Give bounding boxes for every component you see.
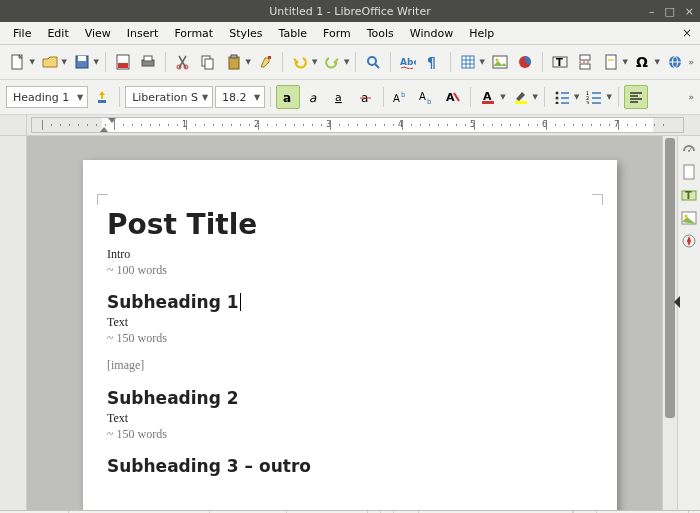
font-size-dropdown[interactable]: 18.2▼ [215, 86, 265, 108]
doc-intro-label[interactable]: Intro [107, 247, 587, 263]
doc-sub2[interactable]: Subheading 2 [107, 388, 239, 408]
svg-text:b: b [427, 98, 432, 104]
font-color-icon[interactable]: A [476, 85, 500, 109]
formatting-marks-icon[interactable]: ¶ [421, 50, 445, 74]
hyperlink-icon[interactable] [663, 50, 687, 74]
doc-sub1[interactable]: Subheading 1 [107, 292, 239, 312]
page-content[interactable]: Post Title Intro ~ 100 words Subheading … [107, 208, 587, 479]
svg-text:T: T [685, 190, 692, 201]
paragraph-style-dropdown[interactable]: Heading 1▼ [6, 86, 88, 108]
print-icon[interactable] [136, 50, 160, 74]
minimize-button[interactable]: – [649, 5, 655, 18]
number-list-icon[interactable]: 123 [582, 85, 606, 109]
paste-icon[interactable] [222, 50, 246, 74]
titlebar: Untitled 1 - LibreOffice Writer – □ × [0, 0, 700, 22]
text-cursor [240, 293, 241, 311]
sidebar-navigator-icon[interactable] [680, 232, 698, 250]
svg-point-46 [556, 102, 559, 105]
svg-rect-13 [268, 56, 271, 59]
menu-view[interactable]: View [78, 25, 118, 42]
bold-icon[interactable]: a [276, 85, 300, 109]
sidebar-page-icon[interactable] [680, 163, 698, 181]
doc-title[interactable]: Post Title [107, 208, 587, 241]
svg-point-14 [368, 57, 376, 65]
spellcheck-icon[interactable]: Abc [396, 50, 420, 74]
sidebar-collapse-icon[interactable] [674, 296, 680, 308]
textbox-icon[interactable]: T [548, 50, 572, 74]
table-icon[interactable] [456, 50, 480, 74]
clear-format-icon[interactable]: A [441, 85, 465, 109]
export-pdf-icon[interactable] [111, 50, 135, 74]
svg-rect-17 [462, 56, 474, 68]
document-close-icon[interactable]: × [682, 26, 692, 40]
svg-rect-26 [608, 59, 614, 61]
clone-format-icon[interactable] [254, 50, 278, 74]
find-icon[interactable] [361, 50, 385, 74]
bullet-list-icon[interactable] [550, 85, 574, 109]
doc-sub3[interactable]: Subheading 3 – outro [107, 456, 311, 476]
svg-text:A: A [446, 91, 455, 104]
menu-file[interactable]: File [6, 25, 38, 42]
redo-icon[interactable] [320, 50, 344, 74]
svg-text:b: b [401, 91, 406, 99]
doc-image-placeholder[interactable]: [image] [107, 358, 587, 374]
strikethrough-icon[interactable]: a [354, 85, 378, 109]
sidebar-properties-icon[interactable] [680, 140, 698, 158]
svg-rect-18 [493, 56, 507, 68]
document-canvas[interactable]: Post Title Intro ~ 100 words Subheading … [27, 136, 662, 510]
page[interactable]: Post Title Intro ~ 100 words Subheading … [83, 160, 617, 510]
superscript-icon[interactable]: Ab [389, 85, 413, 109]
horizontal-ruler[interactable]: 1234567 [31, 117, 684, 133]
toolbar-overflow-icon[interactable]: » [688, 57, 694, 67]
underline-icon[interactable]: a [328, 85, 352, 109]
sidebar-gallery-icon[interactable] [680, 209, 698, 227]
chart-icon[interactable] [513, 50, 537, 74]
image-icon[interactable] [488, 50, 512, 74]
font-name-dropdown[interactable]: Liberation S▼ [125, 86, 213, 108]
special-char-icon[interactable]: Ω [631, 50, 655, 74]
open-icon[interactable] [38, 50, 62, 74]
menu-table[interactable]: Table [272, 25, 314, 42]
page-break-icon[interactable] [573, 50, 597, 74]
new-doc-icon[interactable] [6, 50, 30, 74]
subscript-icon[interactable]: Ab [415, 85, 439, 109]
menu-form[interactable]: Form [316, 25, 358, 42]
doc-intro-note[interactable]: ~ 100 words [107, 263, 587, 279]
toolbar-overflow-icon[interactable]: » [688, 92, 694, 102]
cut-icon[interactable] [171, 50, 195, 74]
doc-sub1-note[interactable]: ~ 150 words [107, 331, 587, 347]
field-icon[interactable] [599, 50, 623, 74]
svg-line-40 [454, 93, 459, 101]
svg-rect-11 [229, 57, 239, 69]
style-update-icon[interactable] [90, 85, 114, 109]
save-icon[interactable] [70, 50, 94, 74]
menu-format[interactable]: Format [167, 25, 220, 42]
svg-text:a: a [335, 91, 342, 104]
window-controls: – □ × [649, 5, 694, 18]
svg-text:¶: ¶ [427, 54, 436, 70]
menu-edit[interactable]: Edit [40, 25, 75, 42]
menu-tools[interactable]: Tools [360, 25, 401, 42]
undo-icon[interactable] [288, 50, 312, 74]
scrollbar-thumb[interactable] [665, 138, 675, 418]
highlight-icon[interactable] [509, 85, 533, 109]
vertical-scrollbar[interactable] [662, 136, 677, 510]
align-left-icon[interactable] [624, 85, 648, 109]
doc-sub1-text[interactable]: Text [107, 315, 587, 331]
svg-rect-25 [606, 55, 616, 69]
menu-help[interactable]: Help [462, 25, 501, 42]
doc-sub2-text[interactable]: Text [107, 411, 587, 427]
svg-text:A: A [419, 91, 426, 102]
close-button[interactable]: × [685, 5, 694, 18]
vertical-ruler[interactable] [0, 136, 27, 510]
menu-window[interactable]: Window [403, 25, 460, 42]
svg-point-44 [556, 92, 559, 95]
maximize-button[interactable]: □ [664, 5, 674, 18]
doc-sub2-note[interactable]: ~ 150 words [107, 427, 587, 443]
italic-icon[interactable]: a [302, 85, 326, 109]
menu-styles[interactable]: Styles [222, 25, 269, 42]
sidebar-styles-icon[interactable]: T [680, 186, 698, 204]
menu-insert[interactable]: Insert [120, 25, 166, 42]
copy-icon[interactable] [196, 50, 220, 74]
svg-text:T: T [556, 57, 563, 68]
